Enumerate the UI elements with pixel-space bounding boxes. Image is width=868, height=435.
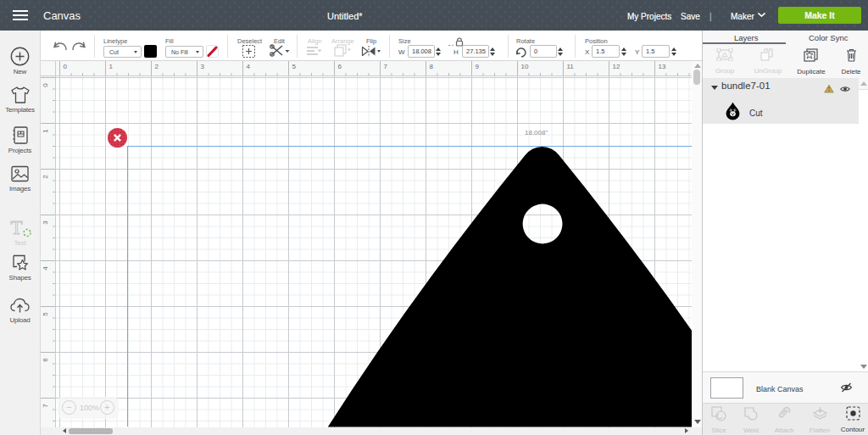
svg-text:T: T	[10, 217, 22, 237]
